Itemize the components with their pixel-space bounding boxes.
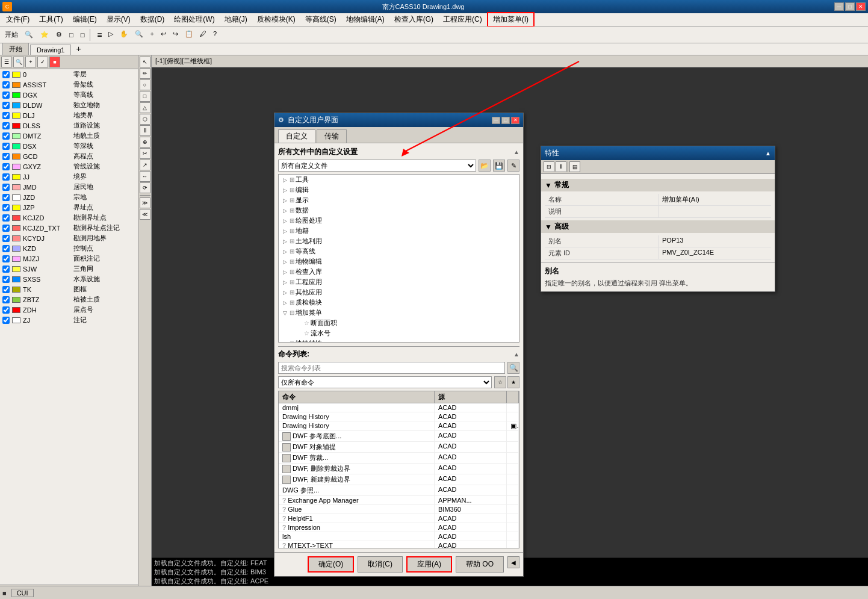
dialog-tab-customize[interactable]: 自定义 <box>278 129 315 143</box>
tree-item-quality[interactable]: ▷ ⊞ 质检模块 <box>279 297 519 308</box>
section-collapse-btn[interactable]: ▲ <box>513 149 519 155</box>
menu-engineering[interactable]: 工程应用(C) <box>438 13 487 26</box>
toolbar-icon-2[interactable]: ▷ <box>105 29 116 41</box>
help-button[interactable]: 帮助 OO <box>456 556 504 573</box>
tree-view[interactable]: ▷ ⊞ 工具 ▷ ⊞ 编辑 ▷ ⊞ 显示 <box>278 174 519 343</box>
dropdown-btn-1[interactable]: 📂 <box>479 160 491 172</box>
filter-btn-star2[interactable]: ★ <box>507 376 519 388</box>
tree-item-quickprop[interactable]: ▷ ⊞ 快捷特性 <box>279 338 519 343</box>
tree-item-contour[interactable]: ▷ ⊞ 等高线 <box>279 246 519 256</box>
toolbar-btn-4[interactable]: □ <box>66 30 76 40</box>
tree-item-display[interactable]: ▷ ⊞ 显示 <box>279 195 519 205</box>
expand-landuse[interactable]: ▷ <box>281 238 288 245</box>
cmd-row-exchange[interactable]: ?Exchange App Manager APPMAN... <box>279 496 519 505</box>
dialog-tab-transfer[interactable]: 传输 <box>317 129 347 143</box>
tree-item-landuse[interactable]: ▷ ⊞ 土地利用 <box>279 236 519 246</box>
toolbar-icon-6[interactable]: ↩ <box>158 29 169 41</box>
cmd-row-glue[interactable]: ?Glue BIM360 <box>279 505 519 514</box>
toolbar-icon-3[interactable]: ✋ <box>117 29 131 41</box>
props-tool-3[interactable]: ▤ <box>569 161 580 172</box>
props-advanced-header[interactable]: ▼ 高级 <box>541 220 775 233</box>
expand-quality[interactable]: ▷ <box>281 299 288 306</box>
cmd-row-dmmj[interactable]: dmmj ACAD <box>279 403 519 412</box>
maximize-btn[interactable]: □ <box>845 2 855 11</box>
commands-collapse-btn[interactable]: ▲ <box>513 351 519 358</box>
toolbar-icon-9[interactable]: 🖊 <box>197 29 209 41</box>
props-tool-2[interactable]: Ⅱ <box>556 161 566 172</box>
dropdown-btn-2[interactable]: 💾 <box>493 160 505 172</box>
expand-tools[interactable]: ▷ <box>281 176 288 184</box>
tree-item-tools[interactable]: ▷ ⊞ 工具 <box>279 175 519 185</box>
cmd-row-impression[interactable]: ?Impression ACAD <box>279 523 519 532</box>
ok-button[interactable]: 确定(O) <box>308 556 354 573</box>
menu-cadastre[interactable]: 地籍(J) <box>220 13 252 26</box>
tree-item-crosssection[interactable]: ☆ 断面面积 <box>279 318 519 328</box>
command-filter-select[interactable]: 仅所有命令 <box>278 376 492 388</box>
menu-quality[interactable]: 质检模块(K) <box>252 13 300 26</box>
toolbar-btn-2[interactable]: ⭐ <box>37 29 52 40</box>
expand-draw[interactable]: ▷ <box>281 217 288 225</box>
menu-draw[interactable]: 绘图处理(W) <box>169 13 219 26</box>
cmd-row-mtext[interactable]: ?MTEXT->TEXT ACAD <box>279 541 519 548</box>
tree-item-featuredit[interactable]: ▷ ⊞ 地物编辑 <box>279 256 519 267</box>
cmd-row-lsh[interactable]: lsh ACAD <box>279 532 519 541</box>
cmd-row-drawhist1[interactable]: Drawing History ACAD <box>279 412 519 421</box>
expand-data[interactable]: ▷ <box>281 207 288 214</box>
toolbar-btn-3[interactable]: ⚙ <box>53 29 65 40</box>
cmd-row-dwf3[interactable]: DWF 剪裁... ACAD <box>279 453 519 464</box>
menu-addmenu[interactable]: 增加菜单(I) <box>487 12 535 27</box>
search-btn[interactable]: 🔍 <box>507 362 519 374</box>
expand-cadastre[interactable]: ▷ <box>281 228 288 235</box>
tree-item-draw[interactable]: ▷ ⊞ 绘图处理 <box>279 216 519 226</box>
expand-addmenu[interactable]: ▽ <box>281 309 288 317</box>
menu-edit2[interactable]: 地物编辑(A) <box>341 13 389 26</box>
cmd-row-drawhist2[interactable]: Drawing History ACAD ▣ <box>279 421 519 431</box>
minimize-btn[interactable]: ─ <box>834 2 844 11</box>
command-search-input[interactable] <box>278 362 505 374</box>
cmd-row-help[interactable]: ?Help\tF1 ACAD <box>279 514 519 523</box>
menu-tools[interactable]: 工具(T) <box>34 13 67 26</box>
close-btn[interactable]: ✕ <box>856 2 866 11</box>
tab-start[interactable]: 开始 <box>2 43 29 55</box>
dialog-maximize-btn[interactable]: □ <box>501 117 510 124</box>
cmd-row-dwf5[interactable]: DWF, 新建剪裁边界 ACAD <box>279 474 519 485</box>
toolbar-icon-5[interactable]: + <box>147 29 157 41</box>
cmd-row-dwf1[interactable]: DWF 参考底图... ACAD <box>279 431 519 442</box>
info-button[interactable]: ◀ <box>507 556 519 568</box>
tree-item-cadastre[interactable]: ▷ ⊞ 地籍 <box>279 226 519 236</box>
dialog-minimize-btn[interactable]: ─ <box>492 117 500 124</box>
commands-list[interactable]: dmmj ACAD Drawing History ACAD <box>279 403 519 548</box>
cmd-row-dwg[interactable]: DWG 参照... ACAD <box>279 485 519 496</box>
expand-contour[interactable]: ▷ <box>281 248 288 255</box>
tree-item-edit[interactable]: ▷ ⊞ 编辑 <box>279 185 519 195</box>
props-tool-1[interactable]: ⊟ <box>544 161 554 172</box>
customize-files-dropdown[interactable]: 所有自定义文件 <box>278 160 476 172</box>
props-general-header[interactable]: ▼ 常规 <box>541 179 775 191</box>
cmd-row-dwf4[interactable]: DWF, 删除剪裁边界 ACAD <box>279 464 519 474</box>
menu-data[interactable]: 数据(D) <box>135 13 170 26</box>
cmd-row-dwf2[interactable]: DWF 对象辅提 ACAD <box>279 442 519 453</box>
toolbar-btn-5[interactable]: □ <box>78 30 88 40</box>
expand-other[interactable]: ▷ <box>281 289 288 296</box>
expand-edit[interactable]: ▷ <box>281 187 288 194</box>
tree-item-engineering[interactable]: ▷ ⊞ 工程应用 <box>279 277 519 287</box>
tree-item-other[interactable]: ▷ ⊞ 其他应用 <box>279 287 519 297</box>
expand-quickprop[interactable]: ▷ <box>281 340 288 343</box>
tab-add[interactable]: + <box>72 43 84 55</box>
toolbar-icon-8[interactable]: 📋 <box>182 29 196 41</box>
toolbar-icon-7[interactable]: ↪ <box>170 29 181 41</box>
props-collapse-btn[interactable]: ▲ <box>765 150 771 157</box>
toolbar-btn-1[interactable]: 🔍 <box>22 29 36 40</box>
toolbar-icon-10[interactable]: ? <box>210 29 220 41</box>
menu-file[interactable]: 文件(F) <box>1 13 34 26</box>
cancel-button[interactable]: 取消(C) <box>358 556 403 573</box>
dialog-close-btn[interactable]: ✕ <box>511 117 519 124</box>
menu-edit[interactable]: 编辑(E) <box>68 13 102 26</box>
menu-contour[interactable]: 等高线(S) <box>300 13 341 26</box>
toolbar-icon-1[interactable]: ≡ <box>94 29 105 41</box>
apply-button[interactable]: 应用(A) <box>406 556 452 573</box>
tree-item-sequence[interactable]: ☆ 流水号 <box>279 328 519 338</box>
toolbar-icon-4[interactable]: 🔍 <box>132 29 146 41</box>
filter-btn-star[interactable]: ☆ <box>494 376 506 388</box>
tree-item-addmenu[interactable]: ▽ ⊟ 增加菜单 <box>279 308 519 318</box>
